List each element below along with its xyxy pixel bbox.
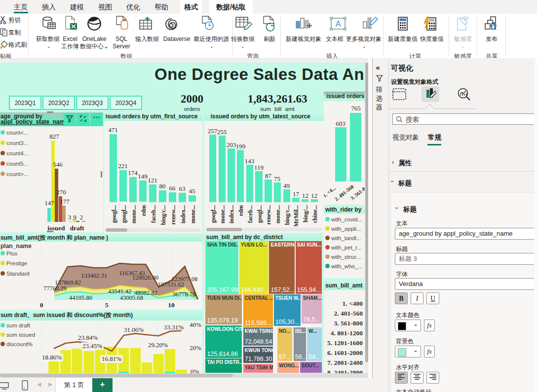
svg-text:A: A <box>336 20 341 28</box>
